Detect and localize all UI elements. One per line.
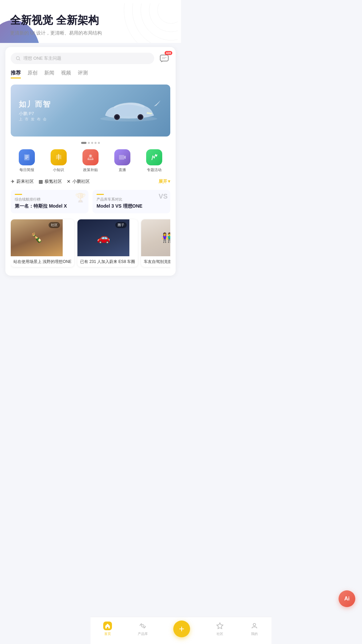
desc-2: 车友自驾别克微蓝，开启了南...: [141, 256, 170, 267]
ranking-section: 综合续航排行榜 第一名：特斯拉 Model X 🏆 产品库车系对比 Model …: [11, 187, 170, 216]
quick-item-knowledge[interactable]: 小知识: [51, 149, 67, 172]
quick-icons-row: 每日简报 小知识 政策补贴 直播 专题活动: [11, 146, 170, 174]
badge-1: 圈子: [115, 222, 127, 228]
desc-0: 站在使用场景上 浅野的理想ONE: [11, 256, 74, 267]
dot-2: [88, 142, 90, 144]
quick-item-policy[interactable]: 政策补贴: [82, 149, 99, 172]
svg-point-14: [139, 115, 142, 119]
chevron-down-icon: ▾: [168, 179, 170, 184]
rank-bar-1: [15, 194, 22, 195]
svg-point-12: [115, 115, 119, 119]
thumb-0: 🍾 社区: [11, 219, 63, 256]
tab-original[interactable]: 原创: [27, 70, 38, 78]
quick-item-activity[interactable]: 专题活动: [146, 149, 162, 172]
tab-review[interactable]: 评测: [78, 70, 88, 78]
xpeng-label: 小鹏社区: [72, 178, 90, 184]
quick-item-daily[interactable]: 每日简报: [19, 149, 35, 172]
search-bar: 理想 ONE 车主问题 428: [11, 52, 170, 64]
tab-bar: 推荐 原创 新闻 视频 评测: [11, 70, 170, 80]
badge-0: 社区: [49, 222, 60, 228]
svg-rect-18: [25, 158, 27, 159]
rank-title-1: 第一名：特斯拉 Model X: [15, 203, 84, 209]
banner-dots: [11, 140, 170, 146]
content-card-1[interactable]: 🚗 圈子 已有 231 人加入蔚来 ES8 车圈: [77, 219, 138, 267]
zeekr-icon: ▩: [39, 179, 43, 184]
notification-button[interactable]: 428: [158, 52, 170, 64]
expand-button[interactable]: 展开 ▾: [159, 178, 170, 184]
quick-label-live: 直播: [119, 167, 126, 172]
community-nio[interactable]: ✈ 蔚来社区: [11, 178, 34, 184]
svg-rect-7: [160, 55, 168, 61]
hero-subtitle: 更清新的 UI 设计，更清晰、易用的布局结构: [10, 30, 171, 36]
hero-banner[interactable]: 如丿而智 小鹏 P7 上 市 发 布 会: [11, 85, 170, 137]
svg-point-20: [89, 155, 92, 157]
rank-accent-2: VS: [159, 193, 168, 200]
tab-news[interactable]: 新闻: [44, 70, 54, 78]
quick-label-daily: 每日简报: [19, 167, 34, 172]
svg-line-6: [19, 59, 20, 60]
svg-rect-17: [25, 157, 28, 158]
nio-icon: ✈: [11, 179, 15, 184]
quick-label-activity: 专题活动: [147, 167, 162, 172]
thumb-article-img: 👫: [141, 219, 170, 256]
policy-icon: [82, 149, 99, 165]
svg-rect-21: [119, 155, 124, 160]
community-xpeng[interactable]: ✕ 小鹏社区: [67, 178, 90, 184]
nio-label: 蔚来社区: [16, 178, 34, 184]
rank-card-endurance[interactable]: 综合续航排行榜 第一名：特斯拉 Model X 🏆: [11, 190, 88, 213]
dot-4: [95, 142, 97, 144]
content-card-2[interactable]: 👫 文章 车友自驾别克微蓝，开启了南...: [141, 219, 170, 267]
rank-title-2: Model 3 VS 理想ONE: [97, 203, 166, 209]
hero-title: 全新视觉 全新架构: [10, 13, 171, 28]
community-zeekr[interactable]: ▩ 极氪社区: [39, 178, 62, 184]
banner-content: 如丿而智 小鹏 P7 上 市 发 布 会: [11, 85, 170, 137]
svg-point-5: [16, 56, 19, 59]
dot-5: [98, 142, 100, 144]
xpeng-icon: ✕: [67, 179, 71, 184]
main-card: 理想 ONE 车主问题 428 推荐 原创 新闻 视频 评测 如丿而智 小鹏 P…: [5, 47, 176, 276]
banner-text: 如丿而智 小鹏 P7 上 市 发 布 会: [19, 99, 51, 122]
hero-section: 全新视觉 全新架构 更清新的 UI 设计，更清晰、易用的布局结构: [0, 0, 181, 43]
rank-card-compare[interactable]: 产品库车系对比 Model 3 VS 理想ONE VS: [93, 190, 170, 213]
svg-rect-16: [25, 156, 28, 156]
expand-label: 展开: [159, 178, 167, 184]
quick-item-live[interactable]: 直播: [114, 149, 130, 172]
search-input-wrap[interactable]: 理想 ONE 车主问题: [11, 53, 154, 64]
banner-car-sub: 上 市 发 布 会: [19, 117, 51, 122]
quick-label-policy: 政策补贴: [83, 167, 98, 172]
search-icon: [15, 56, 21, 61]
zeekr-label: 极氪社区: [45, 178, 62, 184]
tab-video[interactable]: 视频: [61, 70, 71, 78]
content-cards-row: 🍾 社区 站在使用场景上 浅野的理想ONE 🚗 圈子 已有 231 人加入蔚来 …: [11, 216, 170, 271]
notification-badge: 428: [165, 51, 172, 55]
banner-car-name: 小鹏 P7: [19, 111, 51, 117]
rank-accent-1: 🏆: [75, 193, 86, 203]
rank-bar-2: [97, 194, 104, 195]
desc-1: 已有 231 人加入蔚来 ES8 车圈: [77, 256, 138, 267]
dot-3: [91, 142, 93, 144]
daily-icon: [19, 149, 35, 165]
banner-car-image: [95, 94, 162, 127]
dot-1: [81, 142, 86, 144]
content-card-0[interactable]: 🍾 社区 站在使用场景上 浅野的理想ONE: [11, 219, 74, 267]
tab-recommend[interactable]: 推荐: [11, 70, 21, 78]
rank-tag-1: 综合续航排行榜: [15, 197, 84, 202]
banner-title: 如丿而智: [19, 99, 51, 109]
live-icon: [114, 149, 130, 165]
community-tags-row: ✈ 蔚来社区 ▩ 极氪社区 ✕ 小鹏社区 展开 ▾: [11, 174, 170, 187]
quick-label-knowledge: 小知识: [53, 167, 64, 172]
search-placeholder-text: 理想 ONE 车主问题: [23, 55, 61, 61]
rank-tag-2: 产品库车系对比: [97, 197, 166, 202]
activity-icon: [146, 149, 162, 165]
thumb-2: 👫 文章: [141, 219, 170, 256]
thumb-1: 🚗 圈子: [77, 219, 129, 256]
knowledge-icon: [51, 149, 67, 165]
